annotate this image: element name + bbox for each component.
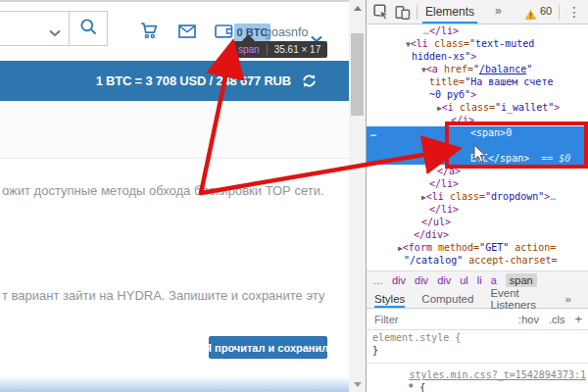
breadcrumb-item[interactable]: … — [372, 274, 383, 286]
dom-tree-line[interactable]: ▶<form method="GET" action= — [367, 241, 588, 254]
code-token: > — [554, 102, 560, 113]
scrollbar-thumb[interactable] — [351, 33, 364, 116]
code-token: class= — [444, 191, 485, 202]
dom-tree-line[interactable]: </li> — [367, 203, 588, 216]
styles-tab[interactable]: Event Listeners — [490, 289, 548, 308]
inspect-cursor-icon — [373, 4, 389, 21]
universal-rule-selector[interactable]: * { styles.min.css?_t=1542894373:1 — [367, 368, 588, 381]
code-token: > — [470, 51, 476, 62]
code-token: "i_wallet" — [495, 102, 554, 113]
cart-icon — [140, 23, 159, 39]
element-classes-toggle[interactable]: .cls — [549, 314, 565, 325]
styles-rules: element.style { } * { styles.min.css?_t=… — [367, 331, 588, 392]
inspect-element-button[interactable] — [373, 4, 389, 24]
code-token: </a> — [437, 166, 461, 176]
inspected-tag-name: span — [238, 44, 260, 55]
dom-tree-line[interactable]: "/catalog" accept-charset= — [367, 254, 588, 267]
wallet-button[interactable] — [215, 24, 233, 42]
code-token: "text-muted — [469, 38, 534, 49]
refresh-icon[interactable] — [301, 73, 318, 89]
dom-tree-line[interactable]: hidden-xs"> — [367, 50, 588, 63]
dom-tree-line[interactable]: ~0 руб"> — [367, 88, 588, 101]
dom-tree-line[interactable]: </div> — [367, 228, 588, 241]
code-token: <li — [426, 191, 444, 202]
code-token: … — [550, 191, 556, 202]
dom-tree-line[interactable] — [367, 139, 588, 152]
code-token: title= — [429, 76, 465, 87]
search-icon — [79, 18, 98, 40]
search-button[interactable] — [69, 11, 108, 46]
more-tabs-button[interactable]: » — [495, 4, 502, 18]
code-token: </li> — [429, 25, 459, 36]
dom-tree-line[interactable]: ▼<a href="/balance" — [367, 63, 588, 75]
pseudo-state-toggle[interactable]: :hov — [518, 314, 539, 325]
dom-tree-line[interactable]: ▶<li class="dropdown">… — [367, 190, 588, 203]
code-token: </ul> — [421, 217, 451, 227]
code-token: <span> — [470, 127, 506, 138]
dom-tree-line[interactable]: ▶<i class="i_wallet"> — [367, 101, 588, 114]
messages-button[interactable] — [178, 24, 196, 42]
dom-breadcrumb: …divdivdivulliaspan — [367, 270, 588, 289]
breadcrumb-item[interactable]: div — [437, 274, 451, 286]
breadcrumb-item[interactable]: div — [415, 274, 428, 286]
modal-paragraph-bottom: т вариант зайти на HYDRA. Запишите и сох… — [2, 288, 324, 303]
code-token: method= — [432, 242, 479, 253]
breadcrumb-item[interactable]: ul — [460, 274, 468, 286]
breadcrumb-item[interactable]: div — [392, 274, 406, 286]
device-toolbar-button[interactable] — [395, 5, 411, 24]
dom-tree-line[interactable]: ▼<li class="text-muted — [367, 37, 588, 50]
code-token: "GET" — [479, 242, 509, 253]
code-token: </li> — [429, 178, 459, 189]
tab-elements[interactable]: Elements — [425, 5, 474, 19]
warning-icon — [524, 7, 537, 24]
dom-tree-line[interactable]: </ul> — [367, 216, 588, 228]
warning-count[interactable]: 60 — [540, 5, 552, 17]
devtools-menu-button[interactable]: ⋮ — [567, 4, 581, 20]
styles-tabbar: StylesComputedEvent Listeners» — [367, 289, 588, 309]
code-token: "На вашем счете — [465, 76, 553, 87]
devtools-toolbar: Elements » 60 ⋮ — [367, 0, 588, 24]
rule-divider — [367, 363, 588, 364]
styles-filter-input[interactable] — [372, 313, 509, 326]
stylesheet-link[interactable]: styles.min.css?_t=1542894373:1 — [409, 368, 586, 381]
dom-tree-line[interactable]: …</i> — [367, 114, 588, 126]
confirm-read-button[interactable]: Я прочитал и сохранил! — [209, 336, 327, 359]
dom-tree-line[interactable]: …</li> — [367, 24, 588, 37]
page-subheader-strip — [0, 101, 366, 159]
code-token: "dropdown" — [485, 191, 544, 202]
selected-node-gutter[interactable]: … — [370, 126, 377, 139]
account-menu[interactable]: goasnfo — [265, 25, 308, 39]
code-token: accept-charset= — [463, 255, 557, 266]
breadcrumb-item[interactable]: span — [506, 273, 537, 287]
code-token: /balance — [479, 64, 526, 74]
code-token: class= — [428, 38, 469, 49]
dom-tree: …</li>▼<li class="text-mutedhidden-xs">▼… — [367, 24, 588, 267]
devtools-panel: Elements » 60 ⋮ …</li>▼<li class="text-m… — [366, 0, 588, 392]
code-token: <i — [442, 102, 454, 113]
cart-button[interactable] — [140, 23, 159, 43]
new-style-rule-button[interactable]: + — [574, 312, 582, 326]
element-style-selector[interactable]: element.style { — [367, 331, 588, 344]
dom-tree-line[interactable]: </li> — [367, 177, 588, 190]
dom-tree-line[interactable]: title="На вашем счете — [367, 75, 588, 88]
styles-tab[interactable]: Computed — [421, 289, 473, 308]
inspected-size: 35.61 × 17 — [267, 44, 321, 55]
code-token: == $0 — [529, 153, 570, 164]
dom-tree-line[interactable]: BTC</span> == $0 — [367, 152, 588, 165]
scrollbar-down-button[interactable] — [349, 376, 366, 392]
styles-tab[interactable]: Styles — [374, 289, 405, 308]
code-token: action= — [509, 242, 556, 253]
code-token: <li — [411, 38, 428, 49]
breadcrumb-item[interactable]: li — [477, 274, 482, 286]
styles-tab[interactable]: » — [565, 289, 571, 308]
search-category-select[interactable] — [0, 11, 71, 46]
element-style-close: } — [367, 344, 588, 357]
dom-tree-line[interactable]: </a> — [367, 165, 588, 177]
dom-tree-line[interactable]: …<span>0 — [367, 126, 588, 139]
code-token: "/catalog" — [404, 255, 463, 266]
scrollbar-up-button[interactable] — [349, 0, 366, 16]
code-token: 0 — [506, 127, 512, 138]
css-property-line[interactable]: -webkit-box-sizing: border-box; — [367, 381, 588, 392]
chevron-down-icon — [49, 24, 61, 41]
breadcrumb-item[interactable]: a — [491, 274, 497, 286]
